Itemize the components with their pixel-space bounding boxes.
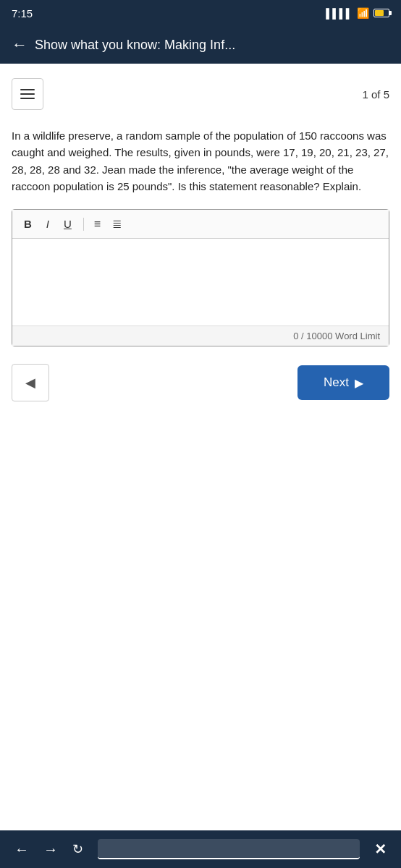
prev-button[interactable]: ◀ — [12, 364, 49, 401]
status-time: 7:15 — [12, 7, 33, 20]
editor-toolbar: B I U ≡ ≣ — [12, 210, 389, 239]
status-icons: ▌▌▌▌ 📶 — [326, 7, 389, 19]
top-row: 1 of 5 — [12, 78, 389, 110]
underline-button[interactable]: U — [61, 216, 75, 231]
prev-arrow-icon: ◀ — [25, 375, 35, 391]
battery-fill — [375, 10, 384, 16]
browser-back-icon[interactable]: ← — [14, 841, 29, 858]
next-button[interactable]: Next ▶ — [297, 365, 389, 400]
browser-url-bar[interactable] — [98, 839, 360, 859]
nav-bar: ← Show what you know: Making Inf... — [0, 26, 401, 64]
hamburger-button[interactable] — [12, 78, 43, 110]
browser-close-icon[interactable]: ✕ — [374, 841, 387, 858]
back-arrow-icon[interactable]: ← — [12, 35, 28, 54]
question-text: In a wildlife preserve, a random sample … — [12, 127, 389, 195]
signal-icon: ▌▌▌▌ — [326, 8, 353, 19]
browser-forward-icon[interactable]: → — [43, 841, 58, 858]
bottom-spacer — [0, 613, 401, 830]
wifi-icon: 📶 — [357, 7, 369, 19]
bold-button[interactable]: B — [21, 216, 35, 231]
status-bar: 7:15 ▌▌▌▌ 📶 — [0, 0, 401, 26]
browser-refresh-icon[interactable]: ↻ — [72, 841, 83, 857]
editor-container: B I U ≡ ≣ 0 / 10000 Word Limit — [12, 209, 389, 346]
page-title: Show what you know: Making Inf... — [35, 38, 235, 53]
hamburger-line-3 — [20, 98, 35, 99]
editor-body[interactable] — [12, 239, 389, 326]
ordered-list-button[interactable]: ≣ — [111, 216, 123, 232]
toolbar-divider — [83, 218, 84, 231]
nav-buttons-row: ◀ Next ▶ — [12, 364, 389, 401]
hamburger-line-1 — [20, 89, 35, 90]
main-content: 1 of 5 In a wildlife preserve, a random … — [0, 64, 401, 613]
browser-bar: ← → ↻ ✕ — [0, 830, 401, 868]
battery-icon — [373, 9, 389, 17]
italic-button[interactable]: I — [43, 216, 52, 231]
hamburger-line-2 — [20, 93, 35, 95]
next-arrow-icon: ▶ — [355, 376, 363, 390]
question-counter: 1 of 5 — [362, 88, 389, 101]
unordered-list-button[interactable]: ≡ — [93, 216, 102, 232]
word-limit-display: 0 / 10000 Word Limit — [12, 326, 389, 346]
next-label: Next — [324, 375, 349, 390]
